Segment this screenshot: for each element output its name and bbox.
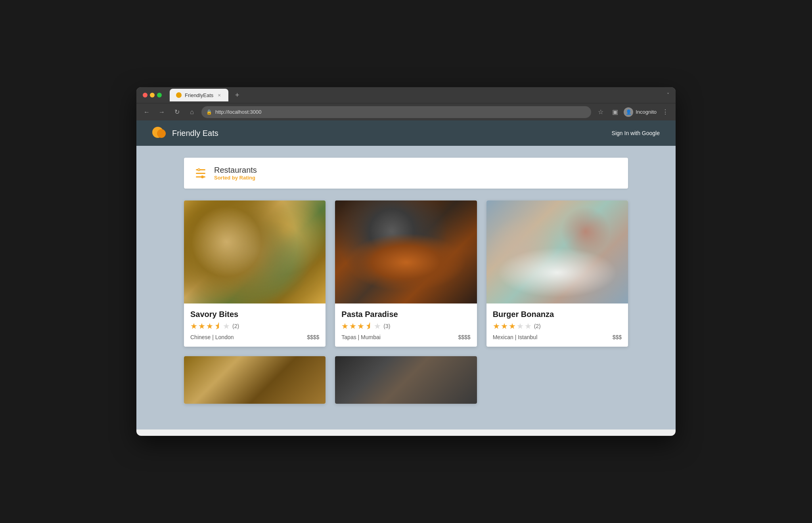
star-1: ★ [341,321,349,331]
star-3: ★ [357,321,364,331]
url-display: http://localhost:3000 [215,109,261,115]
minimize-button[interactable] [150,93,155,97]
lock-icon: 🔒 [206,109,212,115]
star-empty-4: ★ [517,321,524,331]
restaurant-info-savory-bites: Savory Bites ★ ★ ★ ⯨ ★ (2) Chinese | Lon… [184,303,326,347]
tab-bar: FriendlyEats ✕ + [170,89,664,101]
restaurant-stars-savory-bites: ★ ★ ★ ⯨ ★ (2) [190,321,319,331]
star-1: ★ [493,321,500,331]
restaurant-stars-burger-bonanza: ★ ★ ★ ★ ★ (2) [493,321,622,331]
bookmark-icon[interactable]: ☆ [595,107,606,118]
star-empty-5: ★ [223,321,230,331]
restaurant-cuisine-pasta-paradise: Tapas | Mumbai [341,334,381,340]
logo-icon [152,125,168,141]
refresh-button[interactable]: ↻ [171,107,182,118]
restaurants-heading: Restaurants [214,166,257,175]
filter-line-3 [196,176,205,178]
active-tab[interactable]: FriendlyEats ✕ [170,89,228,101]
star-3: ★ [509,321,516,331]
browser-window: FriendlyEats ✕ + ˅ ← → ↻ ⌂ 🔒 http://loca… [136,87,676,436]
browser-titlebar: FriendlyEats ✕ + ˅ [136,87,676,103]
tab-expand-icon[interactable]: ˅ [667,92,669,98]
restaurant-price-savory-bites: $$$$ [307,334,319,340]
filter-line-1 [196,169,205,170]
menu-button[interactable]: ⋮ [660,107,671,118]
address-bar[interactable]: 🔒 http://localhost:3000 [201,106,591,118]
restaurants-title-block: Restaurants Sorted by Rating [214,166,257,181]
star-2: ★ [349,321,356,331]
filter-line-2 [196,173,205,174]
star-1: ★ [190,321,197,331]
toolbar-actions: ☆ ▣ 👤 Incognito ⋮ [595,107,671,118]
restaurant-image-burger-bonanza [486,200,628,303]
main-content: Restaurants Sorted by Rating Savory Bite… [136,146,676,429]
restaurants-header: Restaurants Sorted by Rating [184,158,628,189]
new-tab-button[interactable]: + [232,90,243,101]
review-count-pasta-paradise: (3) [383,323,390,329]
filter-icon [196,169,205,177]
review-count-savory-bites: (2) [232,323,239,329]
logo-circle-2 [157,129,166,138]
restaurant-cuisine-savory-bites: Chinese | London [190,334,234,340]
restaurant-meta-burger-bonanza: Mexican | Istanbul $$$ [493,334,622,340]
filter-dot-1 [197,168,200,171]
browser-toolbar: ← → ↻ ⌂ 🔒 http://localhost:3000 ☆ ▣ 👤 In… [136,103,676,120]
star-3: ★ [206,321,213,331]
restaurant-card-pasta-paradise[interactable]: Pasta Paradise ★ ★ ★ ⯨ ★ (3) Tapas | Mum… [335,200,477,347]
forward-button[interactable]: → [156,107,167,118]
restaurant-price-pasta-paradise: $$$$ [458,334,471,340]
restaurants-sort-label: Sorted by Rating [214,175,257,181]
restaurant-name-burger-bonanza: Burger Bonanza [493,310,622,319]
restaurant-image-fourth [184,356,326,404]
restaurant-cuisine-burger-bonanza: Mexican | Istanbul [493,334,538,340]
sign-in-button[interactable]: Sign In with Google [612,130,660,136]
back-button[interactable]: ← [141,107,152,118]
star-2: ★ [198,321,205,331]
restaurant-price-burger-bonanza: $$$ [613,334,622,340]
restaurant-card-fourth[interactable] [184,356,326,404]
star-2: ★ [501,321,508,331]
restaurant-card-fifth[interactable] [335,356,477,404]
app-title: Friendly Eats [172,129,218,138]
tab-favicon [176,92,182,98]
incognito-badge: 👤 Incognito [624,107,657,117]
app-content: Friendly Eats Sign In with Google [136,120,676,429]
restaurant-meta-savory-bites: Chinese | London $$$$ [190,334,319,340]
incognito-avatar: 👤 [624,107,633,117]
incognito-label: Incognito [636,109,657,115]
app-header: Friendly Eats Sign In with Google [136,120,676,146]
restaurant-info-burger-bonanza: Burger Bonanza ★ ★ ★ ★ ★ (2) Mexican | I… [486,303,628,347]
reader-mode-icon[interactable]: ▣ [609,107,620,118]
tab-title: FriendlyEats [185,92,213,98]
restaurant-grid: Savory Bites ★ ★ ★ ⯨ ★ (2) Chinese | Lon… [184,200,628,404]
restaurant-image-pasta-paradise [335,200,477,303]
restaurant-meta-pasta-paradise: Tapas | Mumbai $$$$ [341,334,470,340]
star-empty-5: ★ [525,321,532,331]
app-logo: Friendly Eats [152,125,218,141]
restaurant-image-savory-bites [184,200,326,303]
star-empty-5: ★ [374,321,381,331]
restaurant-info-pasta-paradise: Pasta Paradise ★ ★ ★ ⯨ ★ (3) Tapas | Mum… [335,303,477,347]
close-button[interactable] [143,93,147,97]
maximize-button[interactable] [157,93,162,97]
home-button[interactable]: ⌂ [186,107,197,118]
browser-chrome: FriendlyEats ✕ + ˅ ← → ↻ ⌂ 🔒 http://loca… [136,87,676,120]
traffic-lights [143,93,162,97]
star-half-4: ⯨ [365,322,373,331]
restaurant-name-savory-bites: Savory Bites [190,310,319,319]
restaurant-stars-pasta-paradise: ★ ★ ★ ⯨ ★ (3) [341,321,470,331]
restaurant-name-pasta-paradise: Pasta Paradise [341,310,470,319]
star-half-4: ⯨ [214,322,222,331]
tab-close-button[interactable]: ✕ [216,92,222,98]
review-count-burger-bonanza: (2) [534,323,541,329]
restaurant-card-savory-bites[interactable]: Savory Bites ★ ★ ★ ⯨ ★ (2) Chinese | Lon… [184,200,326,347]
filter-icon-wrapper [193,166,208,180]
restaurant-image-fifth [335,356,477,404]
restaurant-card-burger-bonanza[interactable]: Burger Bonanza ★ ★ ★ ★ ★ (2) Mexican | I… [486,200,628,347]
